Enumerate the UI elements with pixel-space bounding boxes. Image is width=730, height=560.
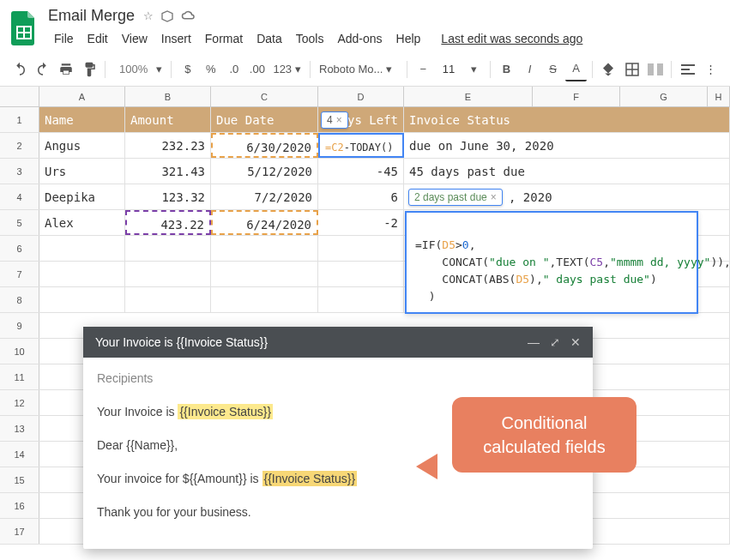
font-dropdown[interactable]: Roboto Mo...▾ [316, 63, 401, 75]
cell[interactable]: 6/30/2020 [211, 133, 318, 158]
body-line[interactable]: Thank you for your business. [97, 503, 579, 521]
format-more[interactable]: 123▾ [269, 63, 305, 75]
col-header-F[interactable]: F [533, 87, 620, 106]
row-header-8[interactable]: 8 [0, 287, 39, 312]
col-header-A[interactable]: A [39, 87, 125, 106]
active-cell-D2[interactable]: =C2-TODAY() [318, 133, 404, 158]
fontsize-inc-icon[interactable]: ▾ [463, 57, 485, 81]
col-header-D[interactable]: D [318, 87, 404, 106]
callout: Conditional calculated fields [452, 397, 636, 473]
row-header-12[interactable]: 12 [0, 390, 39, 415]
row-header-15[interactable]: 15 [0, 467, 39, 492]
row-header-5[interactable]: 5 [0, 210, 39, 235]
row-header-6[interactable]: 6 [0, 236, 39, 261]
menu-view[interactable]: View [116, 28, 154, 49]
cell[interactable]: 7/2/2020 [211, 184, 318, 209]
row-header-13[interactable]: 13 [0, 416, 39, 441]
align-icon[interactable] [677, 57, 698, 81]
menu-help[interactable]: Help [390, 28, 427, 49]
cell[interactable]: due on June 30, 2020 [404, 133, 730, 158]
percent-icon[interactable]: % [200, 57, 221, 81]
paint-icon[interactable] [78, 57, 100, 81]
menu-format[interactable]: Format [199, 28, 249, 49]
print-icon[interactable] [55, 57, 76, 81]
cell[interactable]: Due Date [211, 107, 318, 132]
sheets-logo[interactable] [9, 9, 39, 47]
toolbar: 100%▾ $ % .0 .00 123▾ Roboto Mo...▾ − 11… [0, 52, 730, 87]
italic-icon[interactable]: I [519, 57, 540, 81]
row-header-3[interactable]: 3 [0, 159, 39, 184]
row-header-7[interactable]: 7 [0, 262, 39, 286]
cell[interactable]: 45 days past due [404, 159, 730, 184]
last-edit-link[interactable]: Last edit was seconds ago [435, 28, 588, 49]
cell[interactable]: 321.43 [125, 159, 211, 184]
fontsize-dec-icon[interactable]: − [413, 57, 434, 81]
modal-title: Your Invoice is {{Invoice Status}} [95, 335, 517, 349]
font-size[interactable]: 11 [436, 63, 462, 75]
row-header-11[interactable]: 11 [0, 364, 39, 389]
row-header-14[interactable]: 14 [0, 442, 39, 467]
cell[interactable]: -45 [318, 159, 404, 184]
cell[interactable]: 232.23 [125, 133, 211, 158]
cell[interactable]: -2 [318, 210, 404, 235]
cell[interactable]: Deepika [39, 184, 125, 209]
menu-insert[interactable]: Insert [155, 28, 197, 49]
decimal-dec-icon[interactable]: .0 [223, 57, 244, 81]
star-icon[interactable]: ☆ [143, 9, 154, 23]
redo-icon[interactable] [32, 57, 53, 81]
cell[interactable]: Alex [39, 210, 125, 235]
textcolor-icon[interactable]: A [565, 57, 587, 81]
menu-edit[interactable]: Edit [81, 28, 114, 49]
expand-icon[interactable]: ⤢ [550, 335, 560, 349]
menu-data[interactable]: Data [250, 28, 288, 49]
currency-icon[interactable]: $ [177, 57, 198, 81]
col-header-B[interactable]: B [125, 87, 211, 106]
formula-editor[interactable]: =IF(D5>0, CONCAT("due on ",TEXT(C5,"mmmm… [405, 211, 698, 314]
bold-icon[interactable]: B [496, 57, 517, 81]
close-icon[interactable]: × [491, 191, 497, 203]
cell[interactable]: Amount [125, 107, 211, 132]
minimize-icon[interactable]: — [528, 335, 540, 349]
col-header-E[interactable]: E [404, 87, 533, 106]
callout-arrow [416, 454, 437, 479]
merge-icon[interactable] [644, 57, 666, 81]
row-header-1[interactable]: 1 [0, 107, 39, 132]
close-icon[interactable]: ✕ [570, 335, 581, 349]
cell[interactable]: 5/12/2020 [211, 159, 318, 184]
col-header-G[interactable]: G [620, 87, 708, 106]
cell[interactable]: 423.22 [125, 210, 211, 235]
row-header-16[interactable]: 16 [0, 493, 39, 518]
fill-icon[interactable] [598, 57, 619, 81]
row-header-2[interactable]: 2 [0, 133, 39, 158]
menubar: File Edit View Insert Format Data Tools … [48, 28, 721, 49]
doc-title[interactable]: Email Merge [48, 7, 135, 25]
body-line[interactable]: Your invoice for ${{Amount}} is {{Invoic… [97, 470, 579, 488]
decimal-inc-icon[interactable]: .00 [246, 57, 268, 81]
move-icon[interactable] [160, 9, 174, 23]
strike-icon[interactable]: S [542, 57, 564, 81]
row-header-17[interactable]: 17 [0, 519, 39, 544]
cell[interactable]: Angus [39, 133, 125, 158]
zoom-dropdown[interactable]: 100%▾ [111, 63, 166, 75]
row-header-10[interactable]: 10 [0, 339, 39, 364]
cell[interactable]: 6/24/2020 [211, 210, 318, 235]
close-icon[interactable]: × [336, 114, 342, 126]
menu-file[interactable]: File [48, 28, 80, 49]
menu-addons[interactable]: Add-ons [331, 28, 388, 49]
select-all-corner[interactable] [0, 87, 39, 106]
col-header-H[interactable]: H [708, 87, 730, 106]
menu-tools[interactable]: Tools [290, 28, 330, 49]
cell[interactable]: Urs [39, 159, 125, 184]
borders-icon[interactable] [621, 57, 643, 81]
col-header-C[interactable]: C [211, 87, 318, 106]
row-header-9[interactable]: 9 [0, 313, 39, 338]
cell[interactable]: Invoice Status [404, 107, 730, 132]
cell[interactable]: 6 [318, 184, 404, 209]
row-header-4[interactable]: 4 [0, 184, 39, 209]
more-icon[interactable]: ⋮ [700, 57, 721, 81]
cell[interactable]: 123.32 [125, 184, 211, 209]
cell[interactable]: Name [39, 107, 125, 132]
recipients-label[interactable]: Recipients [97, 370, 579, 388]
cloud-icon[interactable] [181, 9, 196, 23]
undo-icon[interactable] [9, 57, 30, 81]
